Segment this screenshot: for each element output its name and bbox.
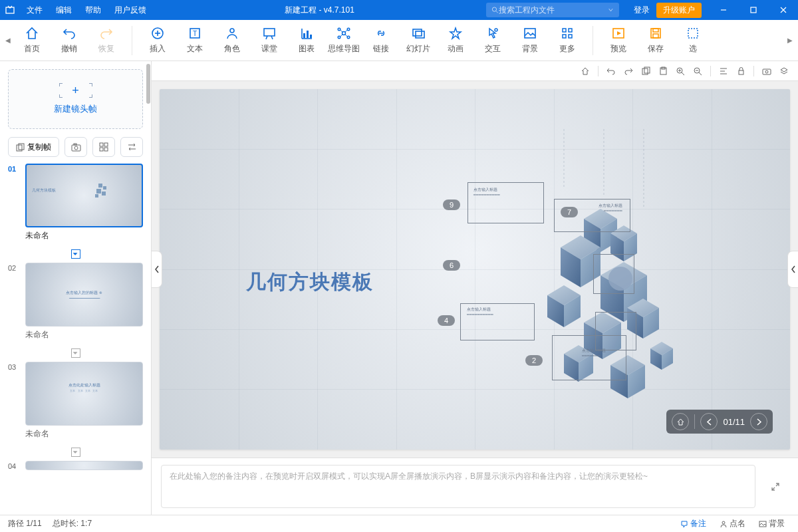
canvas-undo-icon[interactable] xyxy=(604,64,618,78)
menu-edit[interactable]: 编辑 xyxy=(49,0,78,20)
tool-board-button[interactable]: 课堂 xyxy=(251,21,288,60)
slide-thumbnail[interactable]: 几何方块模板 xyxy=(25,164,143,227)
menu-help[interactable]: 帮助 xyxy=(78,0,108,20)
canvas-marker[interactable]: 2 xyxy=(525,355,543,366)
status-path: 路径 1/11 xyxy=(8,518,42,529)
nav-home-button[interactable] xyxy=(672,413,689,430)
annotation-box[interactable] xyxy=(595,312,636,350)
search-input[interactable] xyxy=(499,5,608,15)
tool-bg-button[interactable]: 背景 xyxy=(511,21,549,60)
slide-thumbnail[interactable]: 点击输入您的标题 ⊕━━━━━━━━━━━━━━━━━━━━━━━ xyxy=(25,263,143,327)
tool-chart-button[interactable]: 图表 xyxy=(288,21,325,60)
nav-prev-button[interactable] xyxy=(700,413,718,430)
svg-line-65 xyxy=(699,72,702,75)
sidebar: + 新建镜头帧 复制帧 01 几何方块模板 未命名 xyxy=(0,61,152,515)
status-background-button[interactable]: 背景 xyxy=(753,517,790,531)
login-link[interactable]: 登录 xyxy=(627,5,656,16)
slide-thumbnail[interactable]: 点击此处输入标题文本 文本 文本 文本 xyxy=(25,362,143,426)
tool-home-button[interactable]: 首页 xyxy=(13,21,51,60)
canvas-camera-icon[interactable] xyxy=(759,64,774,78)
bg-icon xyxy=(523,26,537,41)
svg-rect-46 xyxy=(74,144,76,145)
toolbar-scroll-right[interactable]: ▶ xyxy=(785,37,795,44)
sidebar-collapse-button[interactable] xyxy=(152,251,162,288)
canvas-align-icon[interactable] xyxy=(716,64,731,78)
notes-expand-button[interactable] xyxy=(762,465,789,508)
canvas-marker[interactable]: 4 xyxy=(438,315,455,326)
notes-input[interactable]: 在此处输入您的备注内容，在预览时开启双屏模式，可以实现A屏全屏播放演示内容，B屏… xyxy=(161,465,755,508)
canvas-copy-icon[interactable] xyxy=(638,64,653,78)
select-icon xyxy=(686,26,700,41)
slide-item-4[interactable]: 04 xyxy=(8,461,143,470)
tool-save-button[interactable]: 保存 xyxy=(637,21,674,60)
slide-thumbnail[interactable] xyxy=(25,461,143,470)
tool-mindmap-button[interactable]: 思维导图 xyxy=(325,21,362,60)
svg-rect-16 xyxy=(303,33,305,38)
close-button[interactable] xyxy=(768,0,798,20)
plus-circle-icon xyxy=(150,26,165,41)
tool-select-button[interactable]: 选 xyxy=(674,21,712,60)
svg-rect-55 xyxy=(95,194,98,198)
nav-next-button[interactable] xyxy=(750,413,767,430)
copy-icon xyxy=(16,143,25,152)
upgrade-button[interactable]: 升级账户 xyxy=(656,3,702,18)
canvas-lock-icon[interactable] xyxy=(733,64,748,78)
tool-play-button[interactable]: 预览 xyxy=(600,21,637,60)
canvas-zoom-out-icon[interactable] xyxy=(690,64,705,78)
toolbar-scroll-left[interactable]: ◀ xyxy=(3,37,13,44)
slide-label: 未命名 xyxy=(8,426,143,440)
swap-button[interactable] xyxy=(120,137,143,157)
tool-star-button[interactable]: 动画 xyxy=(437,21,474,60)
svg-line-61 xyxy=(682,72,684,75)
annotation-box[interactable] xyxy=(593,254,634,294)
tool-link-button[interactable]: 链接 xyxy=(362,21,400,60)
svg-rect-52 xyxy=(103,186,106,190)
camera-button[interactable] xyxy=(65,137,87,157)
canvas-title-text[interactable]: 几何方块模板 xyxy=(246,269,374,296)
chevron-down-icon[interactable] xyxy=(608,7,614,13)
svg-point-30 xyxy=(495,29,497,31)
slide-separator-icon[interactable]: ⏷ xyxy=(8,245,143,263)
camera-icon xyxy=(71,143,81,152)
tool-undo-button[interactable]: 撤销 xyxy=(51,21,88,60)
svg-rect-29 xyxy=(416,31,424,38)
swap-icon xyxy=(127,143,137,151)
status-notes-button[interactable]: 备注 xyxy=(675,517,712,531)
canvas-home-icon[interactable] xyxy=(578,64,593,78)
slide-separator-icon[interactable]: ⏷ xyxy=(8,344,143,362)
nav-page-counter: 01/11 xyxy=(723,417,745,427)
tool-interact-button[interactable]: 交互 xyxy=(474,21,511,60)
copy-frame-button[interactable]: 复制帧 xyxy=(8,137,59,157)
canvas-layers-icon[interactable] xyxy=(777,64,791,78)
titlebar: 文件 编辑 帮助 用户反馈 新建工程 - v4.7.101 登录 升级账户 xyxy=(0,0,798,20)
canvas[interactable]: 几何方块模板 xyxy=(160,89,790,450)
slide-separator-icon[interactable]: ⏷ xyxy=(8,444,143,461)
new-frame-button[interactable]: + 新建镜头帧 xyxy=(8,69,143,129)
canvas-paste-icon[interactable] xyxy=(656,64,670,78)
sidebar-scrollbar[interactable] xyxy=(146,61,151,515)
canvas-zoom-in-icon[interactable] xyxy=(673,64,688,78)
slide-item-3[interactable]: 03 点击此处输入标题文本 文本 文本 文本 未命名 xyxy=(8,362,143,440)
canvas-marker[interactable]: 6 xyxy=(443,260,460,271)
tool-plus-circle-button[interactable]: 插入 xyxy=(139,21,176,60)
qr-button[interactable] xyxy=(92,137,115,157)
menu-file[interactable]: 文件 xyxy=(20,0,49,20)
tool-more-button[interactable]: 更多 xyxy=(549,21,586,60)
menu-feedback[interactable]: 用户反馈 xyxy=(108,0,153,20)
canvas-redo-icon[interactable] xyxy=(621,64,636,78)
slide-item-2[interactable]: 02 点击输入您的标题 ⊕━━━━━━━━━━━━━━━━━━━━━━━ 未命名 xyxy=(8,263,143,340)
minimize-button[interactable] xyxy=(708,0,738,20)
tool-redo-button[interactable]: 恢复 xyxy=(88,21,125,60)
search-box[interactable] xyxy=(486,3,619,17)
tool-person-button[interactable]: 角色 xyxy=(213,21,251,60)
status-rollcall-button[interactable]: 点名 xyxy=(714,517,751,531)
canvas-marker[interactable]: 9 xyxy=(443,200,460,210)
maximize-button[interactable] xyxy=(738,0,768,20)
geometric-cubes-graphic xyxy=(444,129,724,448)
canvas-marker[interactable]: 7 xyxy=(561,207,578,217)
svg-rect-44 xyxy=(72,145,80,151)
tool-text-button[interactable]: T文本 xyxy=(176,21,213,60)
right-panel-expand-button[interactable] xyxy=(787,251,798,288)
tool-slides-button[interactable]: 幻灯片 xyxy=(400,21,437,60)
slide-item-1[interactable]: 01 几何方块模板 未命名 xyxy=(8,164,143,241)
